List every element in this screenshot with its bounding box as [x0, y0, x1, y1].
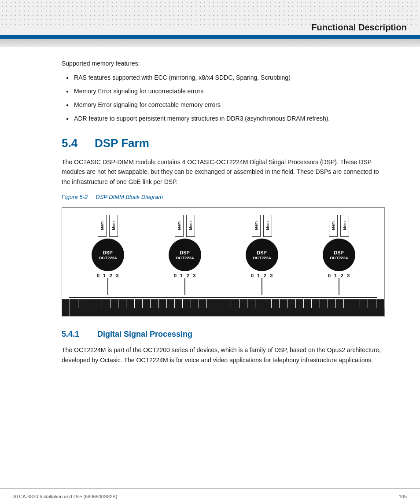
bullet-list: RAS features supported with ECC (mirrori… [66, 73, 385, 123]
strip-cell [62, 308, 70, 316]
section-54-title: DSP Farm [95, 136, 149, 150]
strip-cell [151, 299, 158, 308]
strip-cell [207, 299, 215, 308]
dsp-chip-3: DSP OCT2224 [246, 239, 278, 271]
strip-cell [102, 299, 110, 308]
list-item: ADR feature to support persistent memory… [66, 114, 385, 123]
mem-rect-4a: Mem [329, 215, 338, 237]
section-541-title: Digital Signal Processing [97, 330, 192, 339]
strip-cell [328, 299, 336, 308]
port-numbers-4: 0 1 2 3 [328, 273, 350, 278]
strip-cell [86, 299, 94, 308]
mem-bars-3: Mem Mem [252, 215, 272, 237]
dsp-unit-4: Mem Mem DSP OCT2224 0 1 2 3 [308, 215, 370, 295]
strip-cell [272, 299, 280, 308]
mem-bars-1: Mem Mem [98, 215, 118, 237]
mem-rect-3a: Mem [252, 215, 261, 237]
strip-cell [231, 299, 239, 308]
strip-cell [352, 299, 360, 308]
vert-connector-3 [262, 278, 262, 295]
gray-band [0, 39, 420, 47]
strip-cell [247, 299, 255, 308]
list-item: Memory Error signaling for correctable m… [66, 100, 385, 110]
dsp-diagram: Mem Mem DSP OCT2224 0 1 2 3 [62, 207, 385, 316]
horiz-bus [69, 295, 377, 299]
strip-cell [199, 299, 207, 308]
strip-cell [239, 299, 247, 308]
main-content: Supported memory features: RAS features … [0, 47, 420, 385]
strip-cell [320, 299, 328, 308]
blue-bar [0, 35, 420, 39]
strip-cell [159, 299, 167, 308]
supported-memory-label: Supported memory features: [62, 60, 385, 67]
strip-cell [94, 299, 102, 308]
strip-cell [118, 299, 126, 308]
strip-cell [70, 299, 78, 308]
mem-rect-2b: Mem [186, 215, 195, 237]
strip-cell [62, 299, 70, 308]
strip-cell [368, 299, 376, 308]
dsp-units-row: Mem Mem DSP OCT2224 0 1 2 3 [69, 215, 377, 295]
mem-rect-4b: Mem [340, 215, 349, 237]
strip-cell [287, 299, 295, 308]
strip-cell [143, 299, 151, 308]
dsp-unit-1: Mem Mem DSP OCT2224 0 1 2 3 [77, 215, 139, 295]
strip-cell [78, 299, 86, 308]
strip-cell [344, 299, 352, 308]
strip-cell [263, 299, 271, 308]
port-numbers-3: 0 1 2 3 [251, 273, 273, 278]
page-title: Functional Description [311, 22, 407, 33]
section-54-heading: 5.4 DSP Farm [62, 136, 385, 150]
list-item: RAS features supported with ECC (mirrori… [66, 73, 385, 82]
strip-cell [111, 299, 118, 308]
port-numbers-2: 0 1 2 3 [174, 273, 196, 278]
port-numbers-1: 0 1 2 3 [97, 273, 119, 278]
strip-cell [215, 299, 223, 308]
figure-caption: Figure 5-2 DSP DIMM Block Diagram [62, 194, 385, 200]
mem-rect-1a: Mem [98, 215, 107, 237]
strip-cell [304, 299, 312, 308]
strip-cell [296, 299, 304, 308]
strip-cell [336, 299, 344, 308]
strip-cell [280, 299, 287, 308]
list-item: Memory Error signaling for uncorrectable… [66, 87, 385, 96]
strip-cell [255, 299, 263, 308]
vert-connector-1 [107, 278, 108, 295]
mem-bars-4: Mem Mem [329, 215, 349, 237]
strip-cell [183, 299, 191, 308]
dsp-chip-4: DSP OCT2224 [323, 239, 355, 271]
strip-cell [167, 299, 175, 308]
figure-caption-number: Figure 5-2 [62, 194, 88, 200]
section-541-body: The OCT2224M is part of the OCT2200 seri… [62, 345, 385, 365]
section-54-number: 5.4 [62, 136, 86, 150]
dsp-chip-2: DSP OCT2224 [169, 239, 201, 271]
mem-bars-2: Mem Mem [175, 215, 195, 237]
footer-left: ATCA-8330 Installation and Use (6806800S… [13, 494, 117, 499]
bottom-bus-strip [62, 299, 384, 316]
section-54-body: The OCTASIC DSP-DIMM module contains 4 O… [62, 157, 385, 187]
vert-connector-4 [339, 278, 339, 295]
mem-rect-3b: Mem [263, 215, 272, 237]
dsp-unit-3: Mem Mem DSP OCT2224 0 1 2 3 [231, 215, 293, 295]
dsp-unit-2: Mem Mem DSP OCT2224 0 1 2 3 [154, 215, 216, 295]
strip-cell [175, 299, 183, 308]
strip-cell [126, 299, 134, 308]
figure-caption-text: DSP DIMM Block Diagram [96, 194, 163, 200]
vert-connector-2 [184, 278, 185, 295]
strip-cell [312, 299, 320, 308]
strip-cell [223, 299, 231, 308]
strip-cell [70, 308, 78, 316]
strip-cell [135, 299, 143, 308]
horiz-line [69, 297, 377, 298]
strip-cell [360, 299, 368, 308]
strip-cell [191, 299, 199, 308]
header-title-bar: Functional Description [0, 22, 420, 35]
mem-rect-2a: Mem [175, 215, 184, 237]
header: Functional Description [0, 0, 420, 35]
footer: ATCA-8330 Installation and Use (6806800S… [0, 488, 420, 504]
section-541-number: 5.4.1 [62, 330, 90, 339]
diagram-inner: Mem Mem DSP OCT2224 0 1 2 3 [62, 208, 384, 299]
dsp-chip-1: DSP OCT2224 [92, 239, 124, 271]
section-541-heading: 5.4.1 Digital Signal Processing [62, 330, 385, 339]
strip-cell [376, 299, 384, 308]
